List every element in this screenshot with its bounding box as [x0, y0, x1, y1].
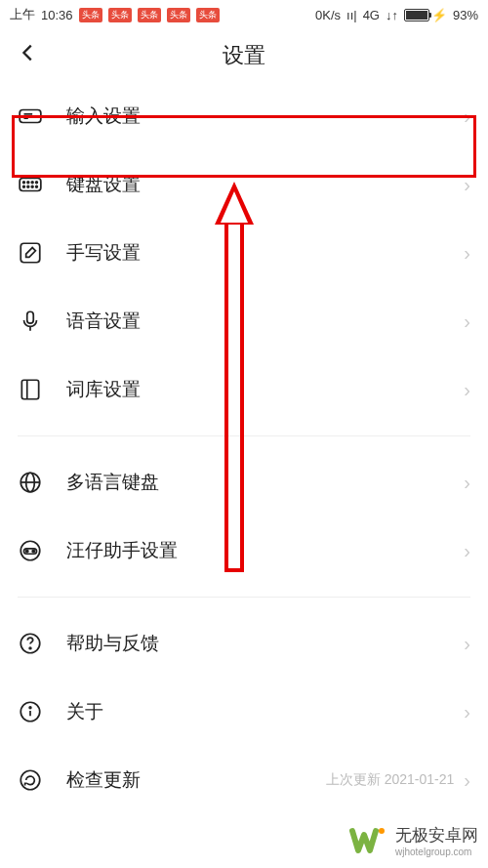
- svg-point-27: [29, 707, 31, 709]
- chevron-right-icon: ›: [464, 701, 470, 723]
- network-speed: 0K/s: [315, 8, 341, 22]
- keyboard-icon: [18, 172, 43, 197]
- back-button[interactable]: [18, 42, 39, 69]
- svg-rect-0: [20, 110, 41, 123]
- item-label: 键盘设置: [66, 172, 464, 197]
- network-type: 4G: [363, 8, 380, 22]
- chevron-right-icon: ›: [464, 174, 470, 196]
- page-header: 设置: [0, 29, 488, 82]
- item-extra-text: 上次更新 2021-01-21: [326, 771, 455, 789]
- settings-item-assistant[interactable]: 汪仔助手设置 ›: [18, 517, 470, 585]
- svg-point-8: [23, 186, 25, 187]
- item-label: 多语言键盘: [66, 470, 464, 495]
- svg-point-29: [20, 770, 40, 790]
- item-label: 关于: [66, 699, 464, 724]
- settings-item-about[interactable]: 关于 ›: [18, 678, 470, 746]
- dictionary-icon: [18, 377, 43, 402]
- item-label: 语音设置: [66, 309, 464, 334]
- status-right: 0K/s ıı| 4G ↓↑ ⚡ 93%: [315, 8, 478, 22]
- settings-item-handwrite[interactable]: 手写设置 ›: [18, 219, 470, 287]
- svg-rect-15: [21, 380, 38, 399]
- chevron-right-icon: ›: [464, 242, 470, 265]
- handwrite-icon: [18, 240, 43, 266]
- status-badge: 头条: [196, 8, 220, 22]
- update-icon: [18, 767, 43, 793]
- settings-item-help[interactable]: 帮助与反馈 ›: [18, 609, 470, 678]
- svg-point-7: [36, 182, 38, 184]
- watermark-name: 无极安卓网: [395, 824, 478, 847]
- watermark-logo: [348, 821, 387, 860]
- svg-point-25: [29, 647, 31, 649]
- status-badge: 头条: [167, 8, 190, 22]
- svg-point-11: [36, 186, 38, 187]
- settings-item-input[interactable]: 输入设置 ›: [18, 82, 470, 150]
- battery-percent: 93%: [453, 8, 478, 22]
- svg-point-30: [379, 828, 385, 834]
- svg-point-10: [31, 186, 33, 187]
- chevron-right-icon: ›: [464, 310, 470, 333]
- svg-point-22: [26, 550, 28, 552]
- divider: [18, 597, 470, 598]
- item-label: 词库设置: [66, 377, 464, 402]
- chevron-right-icon: ›: [464, 105, 470, 128]
- input-icon: [18, 103, 43, 129]
- settings-item-keyboard[interactable]: 键盘设置 ›: [18, 150, 470, 219]
- about-icon: [18, 699, 43, 724]
- settings-item-voice[interactable]: 语音设置 ›: [18, 287, 470, 355]
- svg-point-9: [27, 186, 29, 187]
- item-label: 汪仔助手设置: [66, 538, 464, 563]
- page-title: 设置: [223, 41, 265, 70]
- globe-icon: [18, 470, 43, 495]
- data-icon: ↓↑: [386, 8, 398, 22]
- svg-rect-12: [20, 243, 40, 263]
- item-label: 输入设置: [66, 103, 464, 129]
- item-label: 检查更新: [66, 767, 326, 793]
- chevron-right-icon: ›: [464, 633, 470, 655]
- settings-list: 输入设置 › 键盘设置 › 手写设置 › 语音设置 › 词库设置 › 多: [0, 82, 488, 814]
- chevron-right-icon: ›: [464, 769, 470, 792]
- svg-point-4: [23, 182, 25, 184]
- watermark: 无极安卓网 wjhotelgroup.com: [348, 821, 478, 860]
- settings-item-dictionary[interactable]: 词库设置 ›: [18, 355, 470, 424]
- svg-point-23: [32, 550, 34, 552]
- svg-rect-13: [27, 311, 34, 323]
- time-prefix: 上午: [10, 6, 35, 23]
- signal-icon: ıı|: [346, 8, 357, 22]
- status-left: 上午 10:36 头条 头条 头条 头条 头条: [10, 6, 220, 23]
- svg-point-5: [27, 182, 29, 184]
- status-bar: 上午 10:36 头条 头条 头条 头条 头条 0K/s ıı| 4G ↓↑ ⚡…: [0, 0, 488, 29]
- watermark-url: wjhotelgroup.com: [395, 847, 478, 857]
- charging-icon: ⚡: [431, 8, 447, 22]
- svg-point-6: [31, 182, 33, 184]
- chevron-right-icon: ›: [464, 472, 470, 494]
- status-badge: 头条: [79, 8, 102, 22]
- svg-rect-3: [20, 179, 41, 191]
- item-label: 帮助与反馈: [66, 631, 464, 656]
- settings-item-update[interactable]: 检查更新 上次更新 2021-01-21 ›: [18, 746, 470, 814]
- chevron-right-icon: ›: [464, 379, 470, 401]
- battery-indicator: ⚡: [404, 8, 447, 22]
- assistant-icon: [18, 538, 43, 563]
- help-icon: [18, 631, 43, 656]
- divider: [18, 435, 470, 436]
- chevron-right-icon: ›: [464, 540, 470, 562]
- status-time: 10:36: [41, 8, 73, 22]
- status-badge: 头条: [138, 8, 161, 22]
- item-label: 手写设置: [66, 240, 464, 266]
- voice-icon: [18, 309, 43, 334]
- status-badge: 头条: [108, 8, 132, 22]
- settings-item-multilang[interactable]: 多语言键盘 ›: [18, 448, 470, 517]
